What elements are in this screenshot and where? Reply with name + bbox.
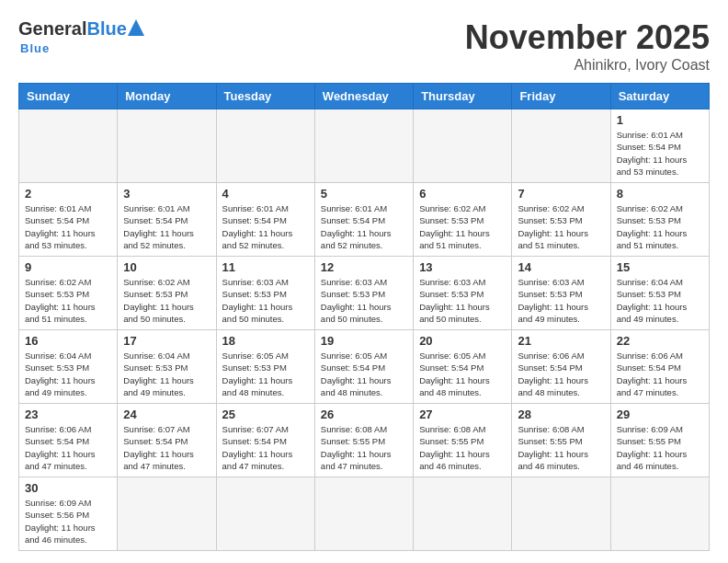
day-number: 9 <box>25 260 111 274</box>
day-number: 8 <box>617 187 703 201</box>
day-number: 16 <box>25 334 111 348</box>
day-number: 24 <box>123 408 210 421</box>
calendar-week-row: 9Sunrise: 6:02 AM Sunset: 5:53 PM Daylig… <box>19 257 710 330</box>
calendar-day-cell: 2Sunrise: 6:01 AM Sunset: 5:54 PM Daylig… <box>19 183 118 257</box>
calendar-day-cell: 23Sunrise: 6:06 AM Sunset: 5:54 PM Dayli… <box>19 404 118 477</box>
logo-triangle-icon <box>128 19 144 40</box>
calendar-day-cell: 26Sunrise: 6:08 AM Sunset: 5:55 PM Dayli… <box>314 404 413 477</box>
day-info: Sunrise: 6:03 AM Sunset: 5:53 PM Dayligh… <box>419 276 506 325</box>
day-info: Sunrise: 6:02 AM Sunset: 5:53 PM Dayligh… <box>419 202 506 251</box>
calendar-day-cell: 20Sunrise: 6:05 AM Sunset: 5:54 PM Dayli… <box>414 330 512 404</box>
day-info: Sunrise: 6:03 AM Sunset: 5:53 PM Dayligh… <box>222 276 309 325</box>
logo-general-text: General <box>18 18 86 40</box>
day-number: 23 <box>25 408 111 421</box>
calendar-day-header: Thursday <box>414 84 512 109</box>
day-info: Sunrise: 6:04 AM Sunset: 5:53 PM Dayligh… <box>617 276 703 325</box>
day-info: Sunrise: 6:02 AM Sunset: 5:53 PM Dayligh… <box>617 202 703 251</box>
calendar-table: SundayMondayTuesdayWednesdayThursdayFrid… <box>18 83 710 551</box>
calendar-day-cell: 14Sunrise: 6:03 AM Sunset: 5:53 PM Dayli… <box>512 257 610 330</box>
day-info: Sunrise: 6:04 AM Sunset: 5:53 PM Dayligh… <box>123 350 210 398</box>
day-number: 12 <box>321 260 407 274</box>
calendar-day-cell <box>314 477 413 551</box>
calendar-day-cell: 1Sunrise: 6:01 AM Sunset: 5:54 PM Daylig… <box>610 109 709 183</box>
calendar-week-row: 16Sunrise: 6:04 AM Sunset: 5:53 PM Dayli… <box>19 330 710 404</box>
day-number: 27 <box>419 408 506 421</box>
calendar-day-cell: 10Sunrise: 6:02 AM Sunset: 5:53 PM Dayli… <box>118 257 216 330</box>
day-number: 25 <box>222 408 309 421</box>
calendar-day-cell <box>414 109 512 183</box>
day-number: 19 <box>321 334 407 348</box>
calendar-day-cell <box>314 109 413 183</box>
day-info: Sunrise: 6:01 AM Sunset: 5:54 PM Dayligh… <box>321 202 407 251</box>
calendar-day-cell: 27Sunrise: 6:08 AM Sunset: 5:55 PM Dayli… <box>414 404 512 477</box>
day-number: 4 <box>222 187 309 201</box>
day-info: Sunrise: 6:09 AM Sunset: 5:55 PM Dayligh… <box>617 423 703 472</box>
calendar-day-cell: 7Sunrise: 6:02 AM Sunset: 5:53 PM Daylig… <box>512 183 610 257</box>
day-info: Sunrise: 6:03 AM Sunset: 5:53 PM Dayligh… <box>518 276 604 325</box>
day-number: 30 <box>25 481 111 495</box>
calendar-day-cell: 21Sunrise: 6:06 AM Sunset: 5:54 PM Dayli… <box>512 330 610 404</box>
day-number: 3 <box>123 187 210 201</box>
day-info: Sunrise: 6:07 AM Sunset: 5:54 PM Dayligh… <box>222 423 309 472</box>
day-number: 15 <box>617 260 703 274</box>
calendar-day-cell: 6Sunrise: 6:02 AM Sunset: 5:53 PM Daylig… <box>414 183 512 257</box>
day-info: Sunrise: 6:08 AM Sunset: 5:55 PM Dayligh… <box>419 423 506 472</box>
calendar-day-cell <box>216 477 314 551</box>
day-number: 5 <box>321 187 407 201</box>
day-number: 18 <box>222 334 309 348</box>
calendar-day-cell: 29Sunrise: 6:09 AM Sunset: 5:55 PM Dayli… <box>610 404 709 477</box>
day-number: 28 <box>518 408 604 421</box>
day-info: Sunrise: 6:09 AM Sunset: 5:56 PM Dayligh… <box>25 497 111 546</box>
logo: General Blue Blue <box>18 18 144 56</box>
calendar-day-cell <box>512 109 610 183</box>
calendar-day-cell: 18Sunrise: 6:05 AM Sunset: 5:53 PM Dayli… <box>216 330 314 404</box>
location: Ahinikro, Ivory Coast <box>465 57 710 74</box>
calendar-day-cell <box>118 109 216 183</box>
day-number: 20 <box>419 334 506 348</box>
calendar-day-cell <box>118 477 216 551</box>
calendar-day-cell: 17Sunrise: 6:04 AM Sunset: 5:53 PM Dayli… <box>118 330 216 404</box>
calendar-day-cell: 11Sunrise: 6:03 AM Sunset: 5:53 PM Dayli… <box>216 257 314 330</box>
day-info: Sunrise: 6:02 AM Sunset: 5:53 PM Dayligh… <box>123 276 210 325</box>
day-info: Sunrise: 6:02 AM Sunset: 5:53 PM Dayligh… <box>518 202 604 251</box>
day-info: Sunrise: 6:03 AM Sunset: 5:53 PM Dayligh… <box>321 276 407 325</box>
calendar-day-cell: 30Sunrise: 6:09 AM Sunset: 5:56 PM Dayli… <box>19 477 118 551</box>
logo-image: General Blue <box>18 18 144 40</box>
calendar-day-cell <box>19 109 118 183</box>
day-info: Sunrise: 6:01 AM Sunset: 5:54 PM Dayligh… <box>222 202 309 251</box>
calendar-day-cell: 16Sunrise: 6:04 AM Sunset: 5:53 PM Dayli… <box>19 330 118 404</box>
day-number: 26 <box>321 408 407 421</box>
day-info: Sunrise: 6:06 AM Sunset: 5:54 PM Dayligh… <box>617 350 703 398</box>
calendar-day-cell: 12Sunrise: 6:03 AM Sunset: 5:53 PM Dayli… <box>314 257 413 330</box>
day-number: 21 <box>518 334 604 348</box>
calendar-week-row: 30Sunrise: 6:09 AM Sunset: 5:56 PM Dayli… <box>19 477 710 551</box>
calendar-day-header: Sunday <box>19 84 118 109</box>
page-header: General Blue Blue November 2025 Ahinikro… <box>18 18 710 74</box>
day-number: 11 <box>222 260 309 274</box>
day-info: Sunrise: 6:06 AM Sunset: 5:54 PM Dayligh… <box>25 423 111 472</box>
calendar-day-header: Friday <box>512 84 610 109</box>
day-info: Sunrise: 6:05 AM Sunset: 5:53 PM Dayligh… <box>222 350 309 398</box>
calendar-day-cell: 24Sunrise: 6:07 AM Sunset: 5:54 PM Dayli… <box>118 404 216 477</box>
day-number: 17 <box>123 334 210 348</box>
calendar-day-cell: 13Sunrise: 6:03 AM Sunset: 5:53 PM Dayli… <box>414 257 512 330</box>
day-info: Sunrise: 6:05 AM Sunset: 5:54 PM Dayligh… <box>321 350 407 398</box>
calendar-day-cell: 15Sunrise: 6:04 AM Sunset: 5:53 PM Dayli… <box>610 257 709 330</box>
day-info: Sunrise: 6:06 AM Sunset: 5:54 PM Dayligh… <box>518 350 604 398</box>
calendar-day-header: Saturday <box>610 84 709 109</box>
day-info: Sunrise: 6:02 AM Sunset: 5:53 PM Dayligh… <box>25 276 111 325</box>
calendar-day-cell <box>610 477 709 551</box>
calendar-day-cell: 3Sunrise: 6:01 AM Sunset: 5:54 PM Daylig… <box>118 183 216 257</box>
day-info: Sunrise: 6:08 AM Sunset: 5:55 PM Dayligh… <box>518 423 604 472</box>
calendar-week-row: 1Sunrise: 6:01 AM Sunset: 5:54 PM Daylig… <box>19 109 710 183</box>
day-info: Sunrise: 6:04 AM Sunset: 5:53 PM Dayligh… <box>25 350 111 398</box>
day-number: 10 <box>123 260 210 274</box>
calendar-week-row: 2Sunrise: 6:01 AM Sunset: 5:54 PM Daylig… <box>19 183 710 257</box>
day-number: 7 <box>518 187 604 201</box>
day-info: Sunrise: 6:08 AM Sunset: 5:55 PM Dayligh… <box>321 423 407 472</box>
day-info: Sunrise: 6:01 AM Sunset: 5:54 PM Dayligh… <box>617 129 703 178</box>
day-info: Sunrise: 6:01 AM Sunset: 5:54 PM Dayligh… <box>25 202 111 251</box>
day-number: 2 <box>25 187 111 201</box>
calendar-week-row: 23Sunrise: 6:06 AM Sunset: 5:54 PM Dayli… <box>19 404 710 477</box>
day-number: 13 <box>419 260 506 274</box>
